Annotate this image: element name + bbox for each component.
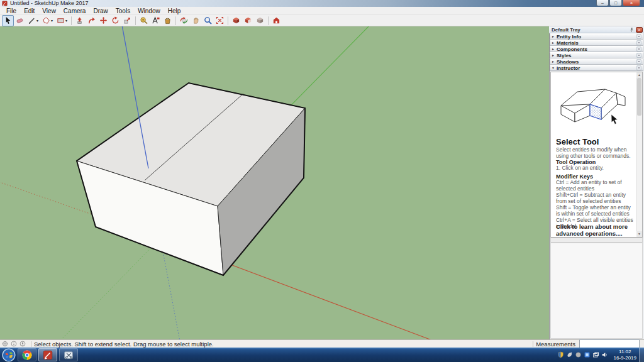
toolbar-button-3d-warehouse[interactable]: ▾ (230, 15, 242, 26)
expand-arrow-icon[interactable]: ► (552, 53, 557, 57)
toolbar-button-scale[interactable]: ▾ (121, 15, 133, 26)
toolbar-button-rotate[interactable]: ▾ (109, 15, 121, 26)
tray-icon-security-shield[interactable] (557, 351, 564, 358)
menu-bar: FileEditViewCameraDrawToolsWindowHelp (0, 7, 644, 15)
pin-icon[interactable] (629, 27, 635, 33)
section-options-button[interactable] (636, 65, 641, 70)
instructor-description: Select entities to modify when using oth… (556, 146, 635, 159)
tool-icon (204, 16, 212, 25)
toolbar-button[interactable]: ▾ (268, 16, 269, 25)
menu-item[interactable]: View (38, 7, 60, 15)
toolbar-button-line[interactable]: ▾ (26, 15, 40, 26)
taskbar: 11:02 16-9-2019 (0, 348, 644, 362)
sketchup-app-icon (2, 1, 8, 6)
section-options-button[interactable] (636, 34, 641, 39)
tray-section-header[interactable]: ► Shadows (550, 58, 643, 65)
scroll-down-icon[interactable]: ▼ (636, 231, 642, 237)
tray-section-header[interactable]: ▼ Instructor (550, 65, 643, 71)
expand-arrow-icon[interactable]: ► (552, 41, 557, 45)
toolbar-button-orbit[interactable]: ▾ (178, 15, 190, 26)
chevron-down-icon[interactable]: ▾ (65, 18, 67, 23)
maximize-button[interactable]: □ (609, 0, 622, 6)
tray-icon-wireless[interactable] (566, 351, 573, 358)
tool-icon (192, 16, 200, 25)
drawing-canvas[interactable] (0, 26, 549, 339)
tool-icon (111, 16, 119, 25)
tool-icon (57, 16, 65, 25)
tray-icon-display[interactable] (592, 351, 599, 358)
menu-item[interactable]: Tools (112, 7, 134, 15)
toolbar-button-move[interactable]: ▾ (97, 15, 109, 26)
modifier-keys-list: Ctrl = Add an entity to set of selected … (556, 180, 635, 230)
notification-area (557, 351, 610, 358)
taskbar-app-button-sketchup[interactable] (38, 348, 57, 361)
close-button[interactable]: × (623, 0, 640, 6)
section-options-button[interactable] (636, 40, 641, 45)
instructor-heading: Select Tool (556, 137, 599, 146)
instructor-learn-more-link[interactable]: Click to learn about more advanced opera… (556, 223, 635, 237)
tray-header: Default Tray × (549, 26, 644, 33)
expand-arrow-icon[interactable]: ► (552, 47, 557, 51)
section-options-button[interactable] (636, 53, 641, 58)
toolbar-button-pan[interactable]: ▾ (190, 15, 202, 26)
tray-section-label: Components (557, 47, 636, 52)
measurements-input[interactable] (579, 339, 640, 348)
toolbar-button-follow-me[interactable]: ▾ (86, 15, 97, 26)
menu-item[interactable]: Camera (60, 7, 90, 15)
minimize-button[interactable]: – (596, 0, 609, 6)
expand-arrow-icon[interactable]: ▼ (552, 66, 557, 70)
chevron-down-icon[interactable]: ▾ (51, 18, 53, 23)
section-options-button[interactable] (636, 47, 641, 52)
toolbar-button-zoom-extents[interactable]: ▾ (214, 15, 226, 26)
instructor-horizontal-scrollbar[interactable] (550, 238, 643, 243)
menu-item[interactable]: Help (164, 7, 185, 15)
menu-item[interactable]: Window (134, 7, 164, 15)
status-icon-geolocation[interactable] (2, 341, 8, 347)
section-options-button[interactable] (636, 59, 641, 64)
toolbar-button[interactable]: ▾ (175, 16, 176, 25)
toolbar-button-shapes[interactable]: ▾ (40, 15, 55, 26)
menu-item[interactable]: Edit (20, 7, 38, 15)
toolbar-button-push-pull[interactable]: ▾ (74, 15, 86, 26)
divider (31, 341, 31, 347)
tray-close-button[interactable]: × (636, 27, 643, 33)
show-desktop-button[interactable] (639, 348, 644, 362)
tray-section-header[interactable]: ► Materials (550, 40, 643, 46)
app-icon (64, 350, 74, 360)
chevron-down-icon[interactable]: ▾ (36, 18, 38, 23)
status-icon-credits[interactable] (11, 341, 17, 347)
toolbar-button-text[interactable]: ▾ (150, 15, 162, 26)
tray-section-header[interactable]: ► Entity Info (550, 33, 643, 40)
toolbar-button[interactable]: ▾ (135, 16, 136, 25)
tray-icon-volume[interactable] (601, 351, 608, 358)
toolbar-button[interactable]: ▾ (71, 16, 72, 25)
toolbar-button-select[interactable]: ▾ (2, 15, 14, 26)
scrollbar-thumb[interactable] (637, 78, 641, 116)
tool-icon (164, 16, 172, 25)
tray-icon-messenger[interactable] (584, 351, 591, 358)
toolbar-button-paint-bucket[interactable]: ▾ (162, 15, 174, 26)
menu-item[interactable]: Draw (89, 7, 111, 15)
toolbar-button-zoom[interactable]: ▾ (202, 15, 214, 26)
start-button[interactable] (2, 348, 16, 362)
taskbar-clock[interactable]: 11:02 16-9-2019 (614, 349, 636, 361)
clock-date: 16-9-2019 (614, 355, 636, 361)
toolbar-button-rectangle[interactable]: ▾ (55, 15, 69, 26)
expand-arrow-icon[interactable]: ► (552, 60, 557, 63)
tool-icon (87, 16, 96, 25)
toolbar-button-eraser[interactable]: ▾ (14, 15, 26, 26)
taskbar-app-button-chrome[interactable] (18, 348, 36, 361)
status-icon-sign-in[interactable] (19, 341, 26, 347)
scroll-up-icon[interactable]: ▲ (636, 72, 642, 78)
toolbar-button-share-component[interactable]: ▾ (254, 15, 266, 26)
taskbar-app-button-snipping-tool[interactable] (59, 348, 78, 361)
toolbar-button-extension-warehouse[interactable]: ▾ (270, 15, 282, 26)
expand-arrow-icon[interactable]: ► (552, 35, 557, 38)
toolbar-button-share-model[interactable]: ▾ (242, 15, 254, 26)
toolbar-button-tape-measure[interactable]: ▾ (138, 15, 150, 26)
tray-icon-update[interactable] (575, 351, 582, 358)
toolbar-button[interactable]: ▾ (228, 16, 228, 25)
tray-section-header[interactable]: ► Styles (550, 52, 643, 58)
tray-section-header[interactable]: ► Components (550, 46, 643, 52)
menu-item[interactable]: File (3, 7, 20, 15)
